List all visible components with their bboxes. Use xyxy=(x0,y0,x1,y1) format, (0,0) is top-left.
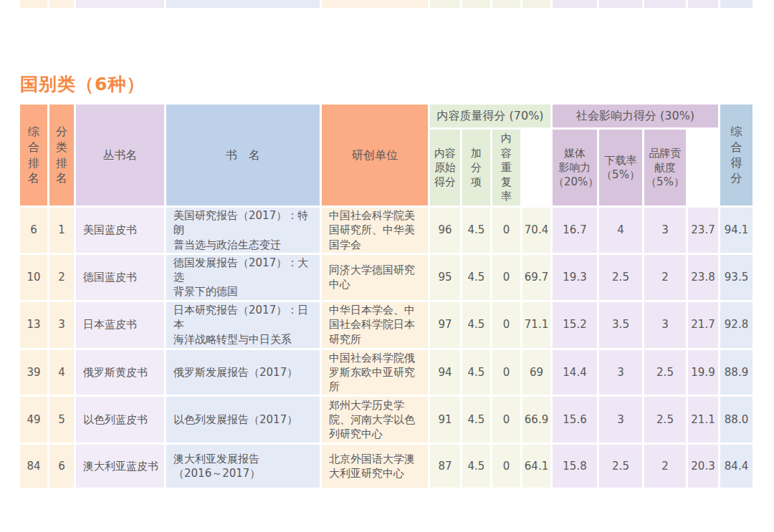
cutoff-cell xyxy=(492,0,520,8)
cell-overall-rank: 39 xyxy=(20,350,47,395)
cell-content-original: 94 xyxy=(430,350,460,395)
cell-social-total: 23.8 xyxy=(688,255,718,300)
cutoff-cell xyxy=(430,0,460,8)
cell-duplication: 0 xyxy=(492,208,520,253)
table-row: 6 1 美国蓝皮书 美国研究报告（2017）：特朗 普当选与政治生态变迁 中国社… xyxy=(20,208,752,253)
table-row: 13 3 日本蓝皮书 日本研究报告（2017）：日本 海洋战略转型与中日关系 中… xyxy=(20,302,752,348)
cutoff-cell xyxy=(599,0,642,8)
previous-table-cutoff-row xyxy=(20,0,752,8)
cell-download: 2.5 xyxy=(599,255,642,300)
header-duplication: 内 容 重 复 率 xyxy=(492,130,520,205)
header-group-social-influence: 社会影响力得分 (30%) xyxy=(553,105,718,127)
cell-category-rank: 4 xyxy=(49,350,74,395)
cell-download: 3.5 xyxy=(599,302,642,348)
cell-social-total: 21.7 xyxy=(688,302,718,348)
cell-social-total: 20.3 xyxy=(688,445,718,488)
cell-overall-rank: 10 xyxy=(20,255,47,300)
table-header: 综 合 排 名 分 类 排 名 丛书名 书 名 研创单位 内容质量得分 (70%… xyxy=(20,105,752,205)
cell-total: 92.8 xyxy=(720,302,752,348)
cell-content-original: 87 xyxy=(430,445,460,488)
cell-series: 德国蓝皮书 xyxy=(76,255,164,300)
cell-series: 日本蓝皮书 xyxy=(76,302,164,348)
cell-category-rank: 6 xyxy=(49,445,74,488)
cell-download: 4 xyxy=(599,208,642,253)
cell-book: 澳大利亚发展报告 （2016～2017） xyxy=(166,445,320,488)
cell-brand: 3 xyxy=(644,302,686,348)
cell-bonus: 4.5 xyxy=(462,397,490,442)
header-total-score: 综 合 得 分 xyxy=(720,105,752,205)
cell-total: 93.5 xyxy=(720,255,752,300)
cell-download: 2.5 xyxy=(599,445,642,488)
cell-overall-rank: 49 xyxy=(20,397,47,442)
cell-content-total: 69 xyxy=(522,350,550,395)
cutoff-cell xyxy=(49,0,74,8)
cell-unit: 同济大学德国研究中心 xyxy=(322,255,428,300)
header-group-content-quality: 内容质量得分 (70%) xyxy=(430,105,550,127)
cutoff-cell xyxy=(644,0,686,8)
cell-unit: 北京外国语大学澳大利亚研究中心 xyxy=(322,445,428,488)
cell-download: 3 xyxy=(599,350,642,395)
cell-media: 19.3 xyxy=(553,255,597,300)
cell-total: 88.0 xyxy=(720,397,752,442)
header-book-name: 书 名 xyxy=(166,105,320,205)
header-category-rank: 分 类 排 名 xyxy=(49,105,74,205)
cell-content-total: 70.4 xyxy=(522,208,550,253)
header-unit: 研创单位 xyxy=(322,105,428,205)
cell-social-total: 19.9 xyxy=(688,350,718,395)
cell-content-original: 96 xyxy=(430,208,460,253)
cell-book: 俄罗斯发展报告（2017） xyxy=(166,350,320,395)
cell-download: 3 xyxy=(599,397,642,442)
cell-media: 15.2 xyxy=(553,302,597,348)
cutoff-cell xyxy=(688,0,718,8)
cell-duplication: 0 xyxy=(492,302,520,348)
cell-overall-rank: 13 xyxy=(20,302,47,348)
cell-bonus: 4.5 xyxy=(462,255,490,300)
cell-bonus: 4.5 xyxy=(462,208,490,253)
cell-overall-rank: 6 xyxy=(20,208,47,253)
cell-brand: 2.5 xyxy=(644,397,686,442)
cutoff-cell xyxy=(322,0,428,8)
cutoff-cell xyxy=(166,0,320,8)
table-row: 84 6 澳大利亚蓝皮书 澳大利亚发展报告 （2016～2017） 北京外国语大… xyxy=(20,445,752,488)
cell-total: 94.1 xyxy=(720,208,752,253)
cell-content-original: 97 xyxy=(430,302,460,348)
cell-content-total: 64.1 xyxy=(522,445,550,488)
cell-book: 日本研究报告（2017）：日本 海洋战略转型与中日关系 xyxy=(166,302,320,348)
cell-book: 德国发展报告（2017）：大选 背景下的德国 xyxy=(166,255,320,300)
cell-series: 以色列蓝皮书 xyxy=(76,397,164,442)
table-body: 6 1 美国蓝皮书 美国研究报告（2017）：特朗 普当选与政治生态变迁 中国社… xyxy=(20,208,752,488)
cutoff-cell xyxy=(462,0,490,8)
header-series-name: 丛书名 xyxy=(76,105,164,205)
section-title: 国别类（6种） xyxy=(20,72,145,96)
cell-bonus: 4.5 xyxy=(462,302,490,348)
cell-bonus: 4.5 xyxy=(462,350,490,395)
cell-overall-rank: 84 xyxy=(20,445,47,488)
header-content-subtotal xyxy=(522,130,550,205)
cell-series: 美国蓝皮书 xyxy=(76,208,164,253)
table-row: 10 2 德国蓝皮书 德国发展报告（2017）：大选 背景下的德国 同济大学德国… xyxy=(20,255,752,300)
header-download-rate: 下载率 （5%） xyxy=(599,130,642,205)
header-social-subtotal xyxy=(688,130,718,205)
cell-content-original: 95 xyxy=(430,255,460,300)
cell-content-total: 71.1 xyxy=(522,302,550,348)
ranking-table: 综 合 排 名 分 类 排 名 丛书名 书 名 研创单位 内容质量得分 (70%… xyxy=(18,102,755,490)
cell-duplication: 0 xyxy=(492,397,520,442)
cell-duplication: 0 xyxy=(492,445,520,488)
cell-unit: 中华日本学会、中国社会科学院日本研究所 xyxy=(322,302,428,348)
cutoff-cell xyxy=(522,0,550,8)
cell-total: 84.4 xyxy=(720,445,752,488)
header-overall-rank: 综 合 排 名 xyxy=(20,105,47,205)
header-bonus: 加 分 项 xyxy=(462,130,490,205)
cell-brand: 2 xyxy=(644,445,686,488)
cell-duplication: 0 xyxy=(492,350,520,395)
cell-book: 以色列发展报告（2017） xyxy=(166,397,320,442)
cell-bonus: 4.5 xyxy=(462,445,490,488)
cell-unit: 中国社会科学院俄罗斯东欧中亚研究所 xyxy=(322,350,428,395)
cell-brand: 2.5 xyxy=(644,350,686,395)
cell-category-rank: 3 xyxy=(49,302,74,348)
cutoff-cell xyxy=(76,0,164,8)
cell-category-rank: 5 xyxy=(49,397,74,442)
cell-book: 美国研究报告（2017）：特朗 普当选与政治生态变迁 xyxy=(166,208,320,253)
header-brand-contribution: 品牌贡 献度 （5%） xyxy=(644,130,686,205)
cell-total: 88.9 xyxy=(720,350,752,395)
